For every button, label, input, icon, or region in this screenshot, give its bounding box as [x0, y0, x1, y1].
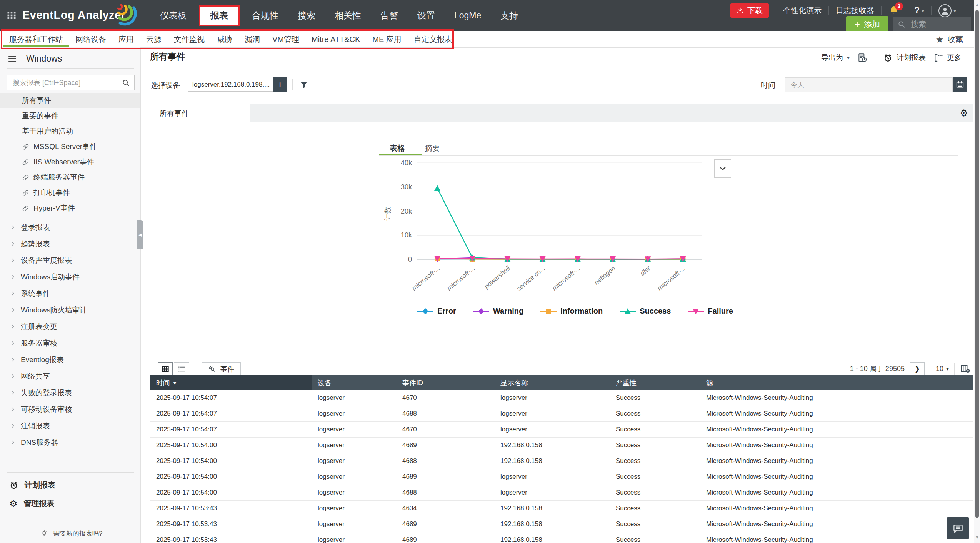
schedule-report-button[interactable]: 计划报表 [883, 53, 926, 63]
subnav-tab[interactable]: ME 应用 [366, 31, 408, 47]
hamburger-icon[interactable] [8, 54, 17, 63]
report-search[interactable] [7, 75, 135, 90]
table-row[interactable]: 2025-09-17 10:53:43logserver4689192.168.… [150, 516, 973, 532]
sidebar-item[interactable]: 注销报表 [0, 418, 140, 434]
table-row[interactable]: 2025-09-17 10:53:43logserver4689192.168.… [150, 532, 973, 543]
global-search-input[interactable] [910, 20, 954, 29]
table-row[interactable]: 2025-09-17 10:54:00logserver4689192.168.… [150, 438, 973, 453]
sidebar-item[interactable]: 打印机事件 [0, 185, 140, 200]
legend-item[interactable]: Success [620, 307, 671, 316]
sidebar-item[interactable]: 可移动设备审核 [0, 401, 140, 418]
help-menu[interactable]: ?▾ [914, 5, 924, 16]
subnav-tab[interactable]: 文件监视 [168, 31, 211, 47]
column-header[interactable]: 源 [700, 375, 973, 390]
page-size-dropdown[interactable]: 10 ▾ [936, 365, 949, 373]
log-receiver-link[interactable]: 日志接收器 [836, 5, 874, 16]
subnav-tab[interactable]: 应用 [112, 31, 140, 47]
time-range-field[interactable] [785, 78, 952, 92]
sidebar-item[interactable]: 设备严重度报表 [0, 252, 140, 269]
topbar-tab[interactable]: 搜索 [291, 6, 322, 25]
calendar-button[interactable] [953, 77, 967, 92]
legend-item[interactable]: Error [417, 307, 456, 316]
column-header[interactable]: 设备 [312, 375, 396, 390]
topbar-tab[interactable]: 告警 [373, 6, 405, 25]
legend-item[interactable]: Warning [473, 307, 523, 316]
column-header[interactable]: 时间▾ [150, 375, 312, 390]
user-menu[interactable]: ▾ [938, 4, 956, 17]
sidebar-item[interactable]: Windows启动事件 [0, 269, 140, 285]
time-range-input[interactable] [785, 77, 953, 92]
topbar-tab[interactable]: 支持 [493, 6, 525, 25]
sidebar-item[interactable]: Eventlog报表 [0, 351, 140, 368]
table-row[interactable]: 2025-09-17 10:54:00logserver4689logserve… [150, 469, 973, 485]
tab-summary[interactable]: 摘要 [425, 143, 440, 154]
sidebar-item[interactable]: 趋势报表 [0, 236, 140, 252]
sidebar-collapse-handle[interactable]: ◀ [137, 220, 143, 249]
chat-button[interactable] [947, 517, 969, 539]
add-device-button[interactable]: + [273, 77, 287, 92]
chevron-right-icon[interactable] [10, 257, 16, 263]
tab-table[interactable]: 表格 [390, 143, 405, 154]
panel-tab-all-events[interactable]: 所有事件 [150, 104, 250, 122]
sidebar-item[interactable]: Hyper-V事件 [0, 200, 140, 216]
next-page-button[interactable]: ❯ [910, 362, 925, 375]
scroll-up-icon[interactable]: ▲ [975, 2, 979, 7]
events-button[interactable]: 事件 [202, 362, 241, 376]
chevron-right-icon[interactable] [10, 373, 16, 379]
sidebar-item[interactable]: 注册表变更 [0, 318, 140, 335]
table-row[interactable]: 2025-09-17 10:53:43logserver4634192.168.… [150, 501, 973, 516]
sidebar-item[interactable]: MSSQL Server事件 [0, 139, 140, 154]
list-view-button[interactable] [174, 362, 189, 376]
app-logo[interactable]: EventLog Analyzer [22, 9, 125, 22]
chevron-right-icon[interactable] [10, 340, 16, 346]
subnav-tab[interactable]: 自定义报表 [408, 31, 458, 47]
sidebar-item[interactable]: 失败的登录报表 [0, 384, 140, 401]
sidebar-item-manage-reports[interactable]: ⚙ 管理报表 [9, 498, 55, 509]
sidebar-item[interactable]: 网络共享 [0, 368, 140, 384]
legend-item[interactable]: Failure [688, 307, 733, 316]
filter-icon[interactable] [299, 80, 308, 89]
scrollbar-thumb[interactable] [975, 10, 979, 518]
page-scrollbar[interactable]: ▲ ▼ [974, 0, 980, 543]
subnav-tab[interactable]: 漏洞 [238, 31, 266, 47]
apps-grid-icon[interactable] [6, 10, 17, 21]
chevron-right-icon[interactable] [10, 390, 16, 396]
sidebar-item[interactable]: DNS服务器 [0, 434, 140, 451]
chevron-right-icon[interactable] [10, 357, 16, 363]
export-as-dropdown[interactable]: 导出为 ▾ [821, 53, 850, 63]
sidebar-item[interactable]: 所有事件 [0, 93, 140, 108]
device-input-field[interactable] [188, 78, 274, 91]
add-column-icon[interactable] [960, 364, 970, 374]
topbar-tab[interactable]: 相关性 [328, 6, 368, 25]
device-input[interactable] [188, 78, 274, 92]
sidebar-item[interactable]: 系统事件 [0, 285, 140, 302]
subnav-tab[interactable]: 威胁 [211, 31, 238, 47]
chevron-right-icon[interactable] [10, 291, 16, 296]
sidebar-item[interactable]: IIS Webserver事件 [0, 154, 140, 170]
subnav-tab[interactable]: 服务器和工作站 [3, 31, 69, 47]
column-header[interactable]: 显示名称 [494, 375, 610, 390]
subnav-tab[interactable]: 云源 [140, 31, 168, 47]
chevron-right-icon[interactable] [10, 307, 16, 313]
add-button[interactable]: + 添加 [846, 16, 888, 32]
global-search[interactable] [893, 17, 971, 32]
topbar-tab[interactable]: 设置 [410, 6, 442, 25]
subnav-tab[interactable]: VM管理 [266, 31, 305, 47]
sidebar-item[interactable]: 基于用户的活动 [0, 124, 140, 139]
subnav-tab[interactable]: Mitre ATT&CK [305, 31, 366, 47]
subnav-tab[interactable]: 网络设备 [69, 31, 112, 47]
personalized-demo-link[interactable]: 个性化演示 [783, 5, 822, 16]
sidebar-item[interactable]: 重要的事件 [0, 108, 140, 124]
topbar-tab[interactable]: LogMe [447, 7, 488, 25]
column-header[interactable]: 严重性 [610, 375, 700, 390]
chevron-right-icon[interactable] [10, 241, 16, 247]
download-button[interactable]: 下载 [730, 3, 769, 18]
more-button[interactable]: 更多 [933, 53, 962, 63]
sidebar-item-scheduled-reports[interactable]: 计划报表 [9, 480, 55, 490]
chevron-right-icon[interactable] [10, 439, 16, 445]
chevron-right-icon[interactable] [10, 406, 16, 412]
chevron-right-icon[interactable] [10, 274, 16, 280]
sidebar-item[interactable]: Windows防火墙审计 [0, 302, 140, 318]
chart-collapse-button[interactable] [714, 159, 731, 178]
table-row[interactable]: 2025-09-17 10:54:07logserver4688logserve… [150, 406, 973, 422]
